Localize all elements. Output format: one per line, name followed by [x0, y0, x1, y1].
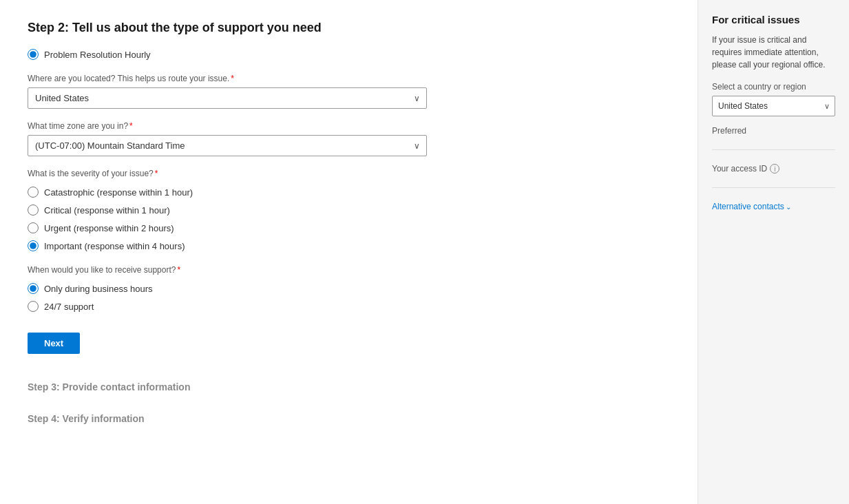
- severity-radio-important[interactable]: [28, 240, 39, 251]
- support-time-option-247: 24/7 support: [28, 301, 592, 312]
- support-time-option-business: Only during business hours: [28, 283, 592, 294]
- location-label: Where are you located? This helps us rou…: [28, 74, 592, 83]
- sidebar-preferred: Preferred: [712, 126, 835, 136]
- sidebar-country-select[interactable]: United States Canada United Kingdom Aust…: [712, 96, 835, 116]
- sidebar-country-select-wrapper: United States Canada United Kingdom Aust…: [712, 96, 835, 116]
- sidebar-title: For critical issues: [712, 14, 835, 25]
- step3-title: Step 3: Provide contact information: [28, 381, 592, 392]
- severity-radio-group: Catastrophic (response within 1 hour) Cr…: [28, 187, 592, 251]
- sidebar-description: If your issue is critical and requires i…: [712, 34, 835, 71]
- severity-radio-critical[interactable]: [28, 204, 39, 216]
- severity-label: What is the severity of your issue?*: [28, 169, 592, 178]
- support-time-field-group: When would you like to receive support?*…: [28, 265, 592, 312]
- severity-label-critical: Critical (response within 1 hour): [44, 205, 170, 216]
- chevron-down-icon: ⌄: [786, 203, 791, 211]
- support-type-label: Problem Resolution Hourly: [44, 50, 151, 60]
- severity-label-urgent: Urgent (response within 2 hours): [44, 223, 174, 233]
- location-select[interactable]: United States Canada United Kingdom Aust…: [28, 87, 427, 109]
- severity-radio-catastrophic[interactable]: [28, 187, 39, 198]
- support-time-label-247: 24/7 support: [44, 302, 94, 312]
- timezone-label: What time zone are you in?*: [28, 121, 592, 131]
- severity-option-critical: Critical (response within 1 hour): [28, 204, 592, 216]
- timezone-select[interactable]: (UTC-12:00) International Date Line West…: [28, 135, 427, 156]
- support-time-radio-group: Only during business hours 24/7 support: [28, 283, 592, 312]
- support-type-option: Problem Resolution Hourly: [28, 49, 592, 60]
- main-content: Step 2: Tell us about the type of suppor…: [0, 0, 620, 504]
- step3-inactive: Step 3: Provide contact information: [28, 381, 592, 392]
- sidebar-access-id: Your access ID i: [712, 164, 835, 174]
- support-time-radio-business[interactable]: [28, 283, 39, 294]
- step4-title: Step 4: Verify information: [28, 413, 592, 424]
- sidebar-country-label: Select a country or region: [712, 82, 835, 92]
- sidebar-divider-1: [712, 149, 835, 150]
- step2-title: Step 2: Tell us about the type of suppor…: [28, 21, 592, 35]
- access-id-info-icon[interactable]: i: [770, 164, 779, 174]
- severity-label-catastrophic: Catastrophic (response within 1 hour): [44, 187, 193, 198]
- location-select-wrapper: United States Canada United Kingdom Aust…: [28, 87, 427, 109]
- next-button[interactable]: Next: [28, 333, 80, 354]
- support-time-label: When would you like to receive support?*: [28, 265, 592, 275]
- location-field-group: Where are you located? This helps us rou…: [28, 74, 592, 109]
- sidebar-divider-2: [712, 187, 835, 188]
- step4-inactive: Step 4: Verify information: [28, 413, 592, 424]
- support-time-label-business: Only during business hours: [44, 284, 153, 294]
- severity-field-group: What is the severity of your issue?* Cat…: [28, 169, 592, 251]
- support-type-radio[interactable]: [28, 49, 39, 60]
- severity-label-important: Important (response within 4 hours): [44, 241, 185, 251]
- severity-radio-urgent[interactable]: [28, 222, 39, 233]
- timezone-field-group: What time zone are you in?* (UTC-12:00) …: [28, 121, 592, 156]
- sidebar: For critical issues If your issue is cri…: [698, 0, 849, 504]
- timezone-select-wrapper: (UTC-12:00) International Date Line West…: [28, 135, 427, 156]
- alternative-contacts-link[interactable]: Alternative contacts ⌄: [712, 202, 835, 211]
- severity-option-catastrophic: Catastrophic (response within 1 hour): [28, 187, 592, 198]
- severity-option-important: Important (response within 4 hours): [28, 240, 592, 251]
- severity-option-urgent: Urgent (response within 2 hours): [28, 222, 592, 233]
- support-time-radio-247[interactable]: [28, 301, 39, 312]
